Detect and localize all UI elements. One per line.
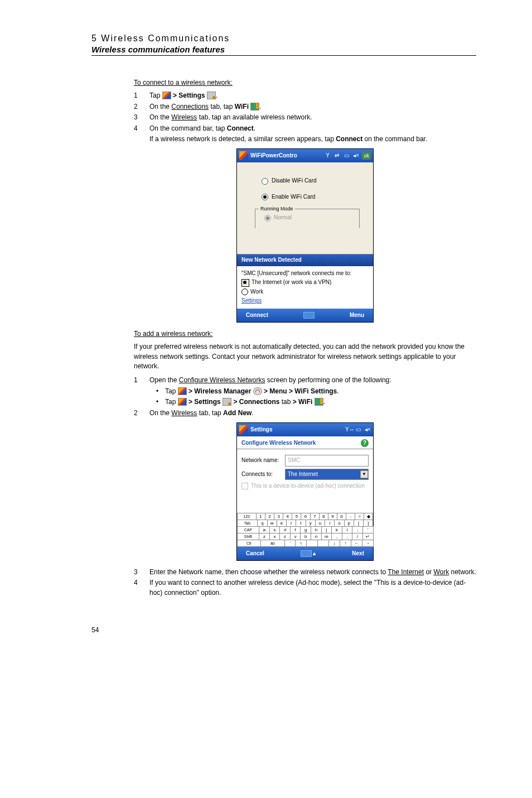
step-number: 1 (134, 91, 149, 100)
select-connects-to[interactable]: The Internet ▼ (285, 469, 369, 480)
add-intro: If your preferred wireless network is no… (134, 342, 476, 371)
speaker-icon[interactable]: ◂× (352, 152, 359, 159)
key[interactable]: Ctl (237, 540, 262, 547)
menu-button[interactable]: Menu (350, 311, 364, 320)
screenshot-wifi-power: WiFiPowerContro Y ⇄ ▭ ◂× ok Disable WiFi… (236, 148, 374, 323)
cancel-button[interactable]: Cancel (246, 550, 264, 558)
key[interactable]: ` (284, 540, 296, 547)
step-body: On the Wireless tab, tap Add New. (149, 408, 476, 418)
bullet-body: Tap > Settings > Connections tab > WiFi … (165, 397, 325, 407)
bullet: • (149, 397, 165, 407)
step-body: Enter the Network name, then choose whet… (149, 568, 476, 577)
checkbox-adhoc: This is a device-to-device (ad-hoc) conn… (241, 482, 369, 491)
wifi-icon (315, 398, 323, 406)
bullet-body: Tap > Wireless Manager > Menu > WiFi Set… (165, 387, 339, 396)
help-icon[interactable]: ? (361, 439, 369, 447)
window-title: WiFiPowerContro (250, 152, 324, 160)
section-title: Wireless communication features (91, 45, 476, 54)
start-icon[interactable] (239, 425, 248, 434)
step-number: 4 (134, 124, 149, 133)
popup-title: New Network Detected (237, 254, 373, 266)
on-screen-keyboard[interactable]: 1231234567890-=◆ Tabqwertyuiop[] CAPasdf… (237, 513, 373, 547)
step-body: If you want to connect to another wirele… (149, 578, 476, 598)
radio-work[interactable]: Work (241, 288, 369, 296)
settings-link[interactable]: Settings (241, 297, 369, 305)
chapter-title: 5 Wireless Communications (91, 33, 476, 44)
antenna-icon[interactable]: Y↔ (345, 426, 352, 433)
key[interactable]: ↑ (340, 540, 351, 547)
keyboard-toggle[interactable]: ▴ (301, 550, 316, 558)
connect-title: To connect to a wireless network: (134, 78, 476, 88)
radio-disable-wifi[interactable]: Disable WiFi Card (262, 177, 365, 185)
speaker-icon[interactable]: ◂× (364, 426, 371, 433)
antenna-icon[interactable]: Y (324, 152, 331, 159)
step-body: Tap > Settings . (149, 91, 476, 100)
step-body: Open the Configure Wireless Networks scr… (149, 376, 476, 385)
start-icon (162, 92, 171, 99)
connect-button[interactable]: Connect (246, 311, 268, 320)
page-number: 54 (91, 626, 476, 635)
config-title: Configure Wireless Network (241, 439, 316, 448)
add-title: To add a wireless network: (134, 329, 476, 339)
ok-button[interactable]: ok (362, 152, 371, 160)
next-button[interactable]: Next (352, 550, 364, 558)
step-number: 3 (134, 113, 149, 122)
key[interactable]: áü (260, 540, 285, 547)
key[interactable]: → (362, 540, 374, 547)
step-number: 1 (134, 376, 149, 385)
wireless-manager-icon (253, 387, 262, 395)
start-icon[interactable] (239, 151, 248, 160)
key[interactable]: \ (295, 540, 307, 547)
label-network-name: Network name: (241, 456, 282, 465)
step-body: On the command bar, tap Connect. (149, 124, 476, 133)
wifi-icon (250, 103, 259, 110)
start-icon (178, 387, 187, 395)
key[interactable]: ← (351, 540, 362, 547)
header-rule (91, 55, 476, 56)
sync-icon[interactable]: ⇄ (333, 152, 340, 159)
step-body: On the Connections tab, tap WiFi . (149, 102, 476, 112)
running-mode-group: Running Mode Normal (255, 209, 360, 228)
battery-icon[interactable]: ▭ (343, 152, 350, 159)
key[interactable] (306, 540, 318, 547)
radio-internet[interactable]: The Internet (or work via a VPN) (241, 278, 369, 287)
radio-normal: Normal (264, 214, 355, 222)
screenshot-configure-network: Settings Y↔ ▭ ◂× Configure Wireless Netw… (236, 422, 374, 561)
key[interactable] (317, 540, 329, 547)
step-note: If a wireless network is detected, a sim… (149, 134, 476, 144)
input-network-name[interactable]: SMC (285, 455, 369, 467)
window-title: Settings (250, 426, 345, 434)
step-number: 2 (134, 408, 149, 418)
step-body: On the Wireless tab, tap an available wi… (149, 113, 476, 122)
radio-enable-wifi[interactable]: Enable WiFi Card (262, 193, 365, 201)
keyboard-icon[interactable] (303, 312, 315, 319)
battery-icon[interactable]: ▭ (355, 426, 361, 433)
step-number: 2 (134, 102, 149, 112)
label-connects-to: Connects to: (241, 470, 282, 479)
key[interactable]: ↓ (328, 540, 340, 547)
start-icon (178, 398, 187, 406)
step-number: 3 (134, 568, 149, 577)
settings-icon (207, 92, 216, 99)
step-number: 4 (134, 578, 149, 598)
settings-icon (223, 398, 231, 406)
bullet: • (149, 387, 165, 396)
chevron-down-icon[interactable]: ▼ (360, 470, 368, 478)
popup-message: "SMC [Unsecured]" network connects me to… (241, 270, 369, 278)
